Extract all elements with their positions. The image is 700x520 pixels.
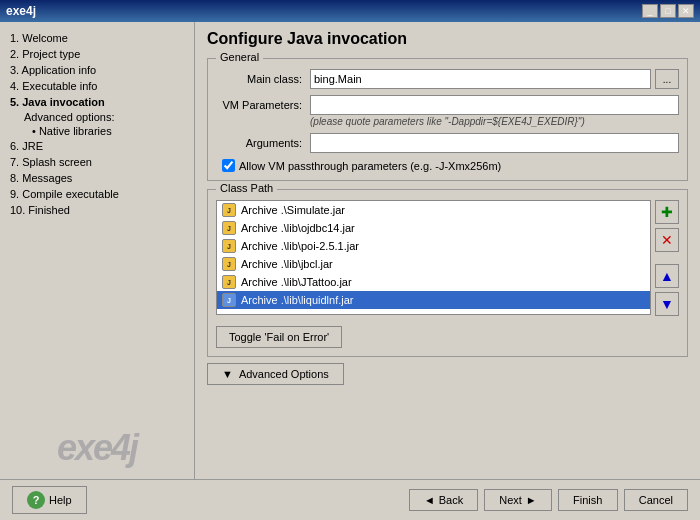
jar-icon: J (222, 221, 236, 235)
advanced-options-button[interactable]: ▼ Advanced Options (207, 363, 344, 385)
move-up-button[interactable]: ▲ (655, 264, 679, 288)
sidebar-item-splash[interactable]: 7. Splash screen (4, 154, 190, 170)
classpath-list[interactable]: J Archive .\Simulate.jar J Archive .\lib… (216, 200, 651, 315)
back-button[interactable]: ◄ Back (409, 489, 478, 511)
list-item-selected[interactable]: J Archive .\lib\liquidlnf.jar (217, 291, 650, 309)
passthrough-checkbox[interactable] (222, 159, 235, 172)
remove-classpath-button[interactable]: ✕ (655, 228, 679, 252)
next-arrow-icon: ► (526, 494, 537, 506)
jar-icon: J (222, 239, 236, 253)
close-button[interactable]: ✕ (678, 4, 694, 18)
vm-params-input[interactable] (310, 95, 679, 115)
window-title: exe4j (6, 4, 36, 18)
classpath-buttons: ✚ ✕ ▲ ▼ (655, 200, 679, 316)
main-class-label: Main class: (216, 73, 306, 85)
arguments-input[interactable] (310, 133, 679, 153)
sidebar-item-project-type[interactable]: 2. Project type (4, 46, 190, 62)
list-item[interactable]: J Archive .\lib\JTattoo.jar (217, 273, 650, 291)
sidebar-item-welcome[interactable]: 1. Welcome (4, 30, 190, 46)
jar-icon: J (222, 293, 236, 307)
main-class-row: Main class: ... (216, 69, 679, 89)
sidebar-item-messages[interactable]: 8. Messages (4, 170, 190, 186)
vm-params-label: VM Parameters: (216, 99, 306, 111)
sidebar: 1. Welcome 2. Project type 3. Applicatio… (0, 22, 195, 479)
move-down-button[interactable]: ▼ (655, 292, 679, 316)
jar-icon: J (222, 203, 236, 217)
list-item[interactable]: J Archive .\lib\poi-2.5.1.jar (217, 237, 650, 255)
footer: ? Help ◄ Back Next ► Finish Cancel (0, 479, 700, 520)
vm-params-row: VM Parameters: (216, 95, 679, 115)
passthrough-label: Allow VM passthrough parameters (e.g. -J… (239, 160, 501, 172)
cancel-button[interactable]: Cancel (624, 489, 688, 511)
list-item[interactable]: J Archive .\lib\jbcl.jar (217, 255, 650, 273)
list-item[interactable]: J Archive .\Simulate.jar (217, 201, 650, 219)
sidebar-item-compile[interactable]: 9. Compile executable (4, 186, 190, 202)
sidebar-item-native-libraries[interactable]: • Native libraries (4, 124, 190, 138)
back-arrow-icon: ◄ (424, 494, 435, 506)
title-bar: exe4j _ □ ✕ (0, 0, 700, 22)
advanced-arrow-icon: ▼ (222, 368, 233, 380)
vm-params-hint: (please quote parameters like "-Dappdir=… (310, 116, 679, 127)
sidebar-item-advanced-options: Advanced options: (4, 110, 190, 124)
content-area: Configure Java invocation General Main c… (195, 22, 700, 479)
sidebar-item-finished[interactable]: 10. Finished (4, 202, 190, 218)
classpath-title: Class Path (216, 182, 277, 194)
minimize-button[interactable]: _ (642, 4, 658, 18)
arguments-label: Arguments: (216, 137, 306, 149)
sidebar-item-app-info[interactable]: 3. Application info (4, 62, 190, 78)
window-controls[interactable]: _ □ ✕ (642, 4, 694, 18)
arguments-row: Arguments: (216, 133, 679, 153)
help-button[interactable]: ? Help (12, 486, 87, 514)
toggle-fail-on-error-button[interactable]: Toggle 'Fail on Error' (216, 326, 342, 348)
classpath-group: Class Path J Archive .\Simulate.jar J Ar… (207, 189, 688, 357)
browse-button[interactable]: ... (655, 69, 679, 89)
page-title: Configure Java invocation (207, 30, 688, 48)
main-class-input[interactable] (310, 69, 651, 89)
sidebar-item-exe-info[interactable]: 4. Executable info (4, 78, 190, 94)
sidebar-item-jre[interactable]: 6. JRE (4, 138, 190, 154)
advanced-section: ▼ Advanced Options (207, 363, 688, 385)
passthrough-row: Allow VM passthrough parameters (e.g. -J… (222, 159, 679, 172)
jar-icon: J (222, 275, 236, 289)
next-button[interactable]: Next ► (484, 489, 552, 511)
general-group-title: General (216, 51, 263, 63)
sidebar-item-java-invocation[interactable]: 5. Java invocation (4, 94, 190, 110)
jar-icon: J (222, 257, 236, 271)
list-item[interactable]: J Archive .\lib\ojdbc14.jar (217, 219, 650, 237)
help-icon: ? (27, 491, 45, 509)
add-classpath-button[interactable]: ✚ (655, 200, 679, 224)
maximize-button[interactable]: □ (660, 4, 676, 18)
sidebar-logo: exe4j (0, 427, 194, 469)
finish-button[interactable]: Finish (558, 489, 618, 511)
general-group: General Main class: ... VM Parameters: (… (207, 58, 688, 181)
